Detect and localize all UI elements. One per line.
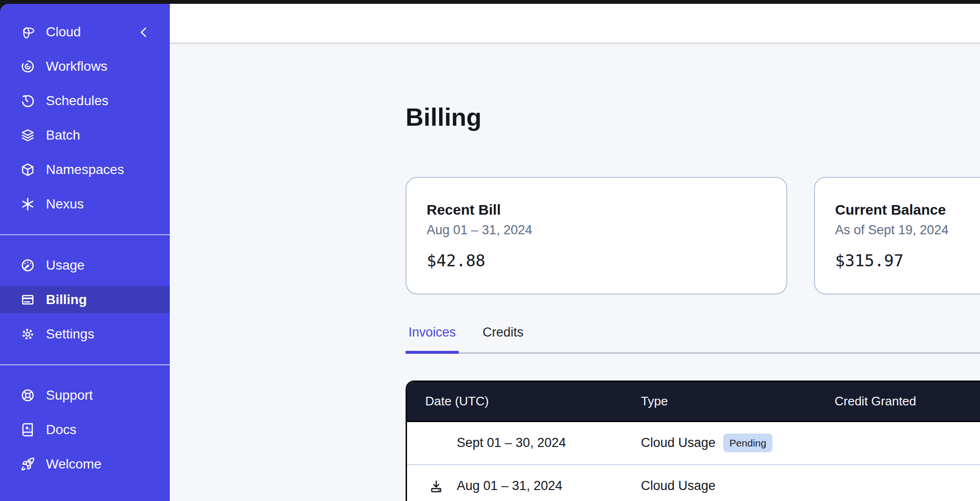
sidebar-item-welcome[interactable]: Welcome <box>0 451 170 478</box>
sidebar-item-settings[interactable]: Settings <box>0 321 170 348</box>
type-cell: Cloud Usage Pending <box>641 434 835 452</box>
namespaces-cube-icon <box>20 162 35 177</box>
sidebar-item-label: Welcome <box>46 457 101 472</box>
sidebar-item-billing[interactable]: Billing <box>0 286 170 313</box>
schedules-icon <box>20 93 35 109</box>
sidebar-item-schedules[interactable]: Schedules <box>0 87 170 114</box>
sidebar-item-workflows[interactable]: Workflows <box>0 53 170 80</box>
table-header-row: Date (UTC) Type Credit Granted <box>407 382 980 422</box>
type-cell: Cloud Usage <box>641 479 835 493</box>
sidebar-item-docs[interactable]: Docs <box>0 416 170 443</box>
card-subtitle: Aug 01 – 31, 2024 <box>427 223 786 238</box>
billing-card-icon <box>20 292 35 307</box>
tab-invoices[interactable]: Invoices <box>406 325 459 354</box>
download-icon <box>429 479 443 493</box>
table-row: Aug 01 – 31, 2024 Cloud Usage <box>407 465 980 501</box>
sidebar-brand-cloud[interactable]: Cloud <box>0 19 170 45</box>
sidebar-item-label: Billing <box>46 292 87 307</box>
summary-cards: Recent Bill Aug 01 – 31, 2024 $42.88 Cur… <box>406 177 980 294</box>
sidebar-divider <box>0 364 170 365</box>
invoice-date: Aug 01 – 31, 2024 <box>457 479 562 493</box>
download-invoice-button[interactable] <box>429 479 443 493</box>
table-body: Sept 01 – 30, 2024 Cloud Usage Pending <box>407 422 980 501</box>
sidebar-item-usage[interactable]: Usage <box>0 252 170 279</box>
sidebar-brand-label: Cloud <box>46 24 81 40</box>
sidebar-item-batch[interactable]: Batch <box>0 122 170 149</box>
settings-gear-icon <box>20 327 35 342</box>
current-balance-amount: $315.97 <box>835 251 980 270</box>
sidebar-item-nexus[interactable]: Nexus <box>0 191 170 218</box>
column-header-type: Type <box>641 394 835 409</box>
sidebar-item-namespaces[interactable]: Namespaces <box>0 156 170 183</box>
batch-layers-icon <box>20 128 35 143</box>
top-bar <box>170 4 980 44</box>
sidebar-item-label: Namespaces <box>46 162 124 177</box>
card-title: Recent Bill <box>427 202 786 218</box>
current-balance-card: Current Balance As of Sept 19, 2024 $315… <box>814 177 980 294</box>
sidebar-item-label: Schedules <box>46 93 109 109</box>
usage-gauge-icon <box>20 258 35 273</box>
page-title: Billing <box>406 103 980 132</box>
sidebar: Cloud Workflows <box>0 4 170 501</box>
temporal-logo-icon <box>20 24 35 40</box>
main-area: Billing Recent Bill Aug 01 – 31, 2024 $4… <box>170 4 980 501</box>
tab-credits[interactable]: Credits <box>480 325 527 354</box>
table-row: Sept 01 – 30, 2024 Cloud Usage Pending <box>407 422 980 465</box>
nexus-asterisk-icon <box>20 196 35 212</box>
chevron-left-icon <box>138 26 150 38</box>
sidebar-item-label: Docs <box>46 422 77 437</box>
recent-bill-amount: $42.88 <box>427 251 786 270</box>
welcome-rocket-icon <box>20 457 35 472</box>
status-badge-pending: Pending <box>723 434 772 452</box>
sidebar-item-label: Support <box>46 388 93 403</box>
date-cell: Sept 01 – 30, 2024 <box>407 436 641 450</box>
billing-page: Billing Recent Bill Aug 01 – 31, 2024 $4… <box>170 44 980 501</box>
sidebar-item-label: Batch <box>46 128 80 143</box>
column-header-credit-granted: Credit Granted <box>835 394 980 409</box>
support-lifebuoy-icon <box>20 388 35 403</box>
recent-bill-card: Recent Bill Aug 01 – 31, 2024 $42.88 <box>406 177 787 294</box>
card-title: Current Balance <box>835 202 980 218</box>
invoice-type: Cloud Usage <box>641 479 716 493</box>
invoice-date: Sept 01 – 30, 2024 <box>457 436 566 450</box>
card-subtitle: As of Sept 19, 2024 <box>835 223 980 238</box>
invoice-type: Cloud Usage <box>641 436 716 450</box>
docs-book-icon <box>20 422 35 437</box>
billing-tabs: Invoices Credits <box>406 325 980 354</box>
invoices-table: Date (UTC) Type Credit Granted Sept 01 –… <box>406 381 980 501</box>
collapse-sidebar-button[interactable] <box>137 25 151 39</box>
app-window: Cloud Workflows <box>0 4 980 501</box>
date-cell: Aug 01 – 31, 2024 <box>407 479 641 493</box>
sidebar-item-label: Usage <box>46 258 85 273</box>
sidebar-item-support[interactable]: Support <box>0 382 170 409</box>
workflows-icon <box>20 59 35 74</box>
sidebar-item-label: Settings <box>46 327 94 342</box>
sidebar-item-label: Workflows <box>46 59 108 74</box>
sidebar-item-label: Nexus <box>46 196 84 212</box>
column-header-date: Date (UTC) <box>407 394 641 409</box>
sidebar-divider <box>0 234 170 235</box>
